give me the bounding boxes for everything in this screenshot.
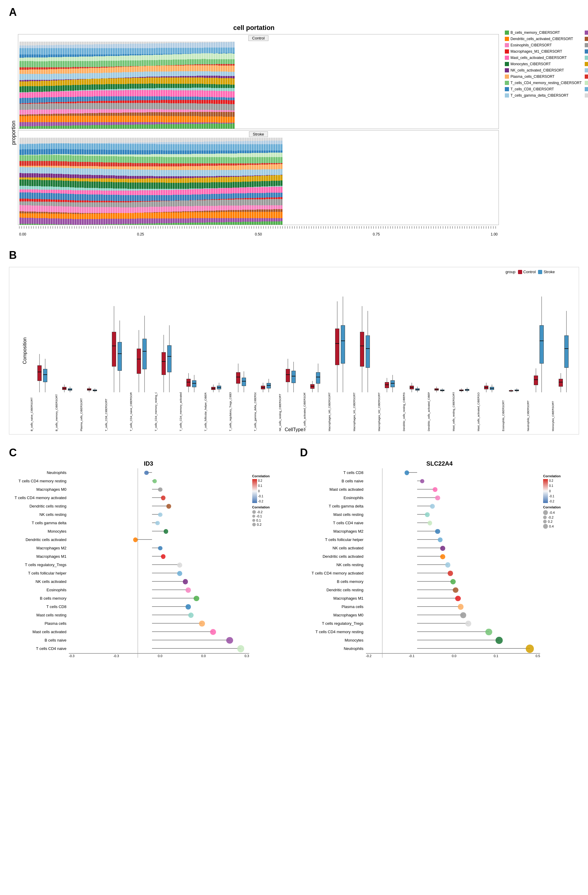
bar-segment <box>65 80 67 85</box>
bar-segment <box>213 144 215 150</box>
bar-col <box>163 138 165 225</box>
bar-col <box>84 138 86 225</box>
bar-segment <box>232 59 235 64</box>
bar-segment <box>113 48 115 55</box>
bar-segment <box>232 76 235 78</box>
bar-segment <box>60 225 62 225</box>
bar-segment <box>91 202 93 207</box>
bar-segment <box>108 207 110 213</box>
bar-segment <box>276 150 278 153</box>
bar-segment <box>53 178 55 181</box>
bar-segment <box>252 212 254 218</box>
boxplot-column: p = 0.0004 <box>155 282 179 392</box>
bar-segment <box>36 186 38 190</box>
bar-segment <box>228 78 230 84</box>
bar-segment <box>62 42 65 45</box>
bar-segment <box>118 182 120 188</box>
bar-segment <box>79 103 81 109</box>
bar-segment <box>206 222 208 225</box>
bar-col <box>77 138 79 225</box>
bar-segment <box>132 155 134 157</box>
bar-segment <box>141 179 144 182</box>
bar-segment <box>39 109 41 114</box>
bar-segment <box>39 144 41 149</box>
bar-segment <box>187 88 189 90</box>
bar-segment <box>127 176 129 179</box>
bar-segment <box>48 91 50 97</box>
bar-segment <box>36 55 38 58</box>
bar-segment <box>94 162 96 166</box>
lollipop-row: Eosinophils <box>69 586 249 594</box>
bar-segment <box>74 80 77 85</box>
bar-segment <box>94 175 96 178</box>
boxplot-xlabel: Dendritic_cells_resting_CIBERSORT <box>403 392 427 431</box>
bar-segment <box>111 162 112 166</box>
lollipop-label: T cells CD8 <box>309 470 366 475</box>
bar-segment <box>70 202 72 207</box>
bar-segment <box>185 178 187 182</box>
bar-segment <box>149 109 151 112</box>
bar-segment <box>153 202 156 207</box>
bar-segment <box>153 213 156 218</box>
bar-segment <box>216 188 218 194</box>
bar-segment <box>189 71 191 76</box>
bar-segment <box>161 163 163 166</box>
bar-segment <box>280 212 282 218</box>
bar-segment <box>161 138 163 142</box>
bar-segment <box>86 181 89 188</box>
bar-segment <box>202 103 203 110</box>
bar-segment <box>218 48 220 53</box>
bar-segment <box>70 42 72 45</box>
legend-label: B_cells_memory_CIBERSORT <box>511 30 560 35</box>
bar-segment <box>96 68 98 73</box>
bar-segment <box>108 166 110 169</box>
bar-segment <box>101 44 103 48</box>
bar-segment <box>192 124 194 129</box>
bar-segment <box>185 154 187 157</box>
bar-segment <box>232 123 235 129</box>
bar-segment <box>158 90 161 96</box>
bar-segment <box>27 167 29 173</box>
legend-swatch <box>585 68 588 73</box>
bar-segment <box>259 157 261 163</box>
bar-segment <box>62 187 65 190</box>
bar-segment <box>163 71 165 77</box>
bar-segment <box>36 193 38 199</box>
bar-col <box>141 138 144 225</box>
bar-segment <box>141 163 144 166</box>
bar-segment <box>99 61 100 67</box>
bar-col <box>240 138 242 225</box>
bar-segment <box>32 177 33 180</box>
bar-col <box>177 138 180 225</box>
bar-segment <box>225 112 227 117</box>
bar-segment <box>165 150 168 155</box>
bar-segment <box>187 183 189 189</box>
bar-segment <box>177 218 180 223</box>
bar-segment <box>180 54 182 59</box>
bar-segment <box>32 98 33 103</box>
boxplot-xlabel: NK_cells_resting_CIBERSORT <box>279 392 303 431</box>
bar-segment <box>103 96 105 101</box>
bar-segment <box>34 180 36 186</box>
bar-segment <box>158 195 161 201</box>
bar-segment <box>173 109 175 112</box>
bar-segment <box>158 116 161 122</box>
bar-segment <box>20 74 21 80</box>
bar-col <box>211 42 213 129</box>
bar-segment <box>134 144 136 150</box>
bar-segment <box>232 53 235 59</box>
bar-segment <box>72 214 74 219</box>
bar-segment <box>94 190 96 194</box>
lollipop-dot <box>153 479 157 483</box>
bar-segment <box>96 116 98 122</box>
bar-segment <box>70 168 72 174</box>
bar-segment <box>29 55 31 58</box>
bar-segment <box>139 150 141 155</box>
bar-segment <box>278 175 280 181</box>
bar-segment <box>213 78 215 84</box>
bar-segment <box>153 90 156 96</box>
bar-segment <box>240 170 242 176</box>
bar-segment <box>197 218 199 223</box>
bar-segment <box>65 45 67 48</box>
bar-segment <box>189 124 191 129</box>
